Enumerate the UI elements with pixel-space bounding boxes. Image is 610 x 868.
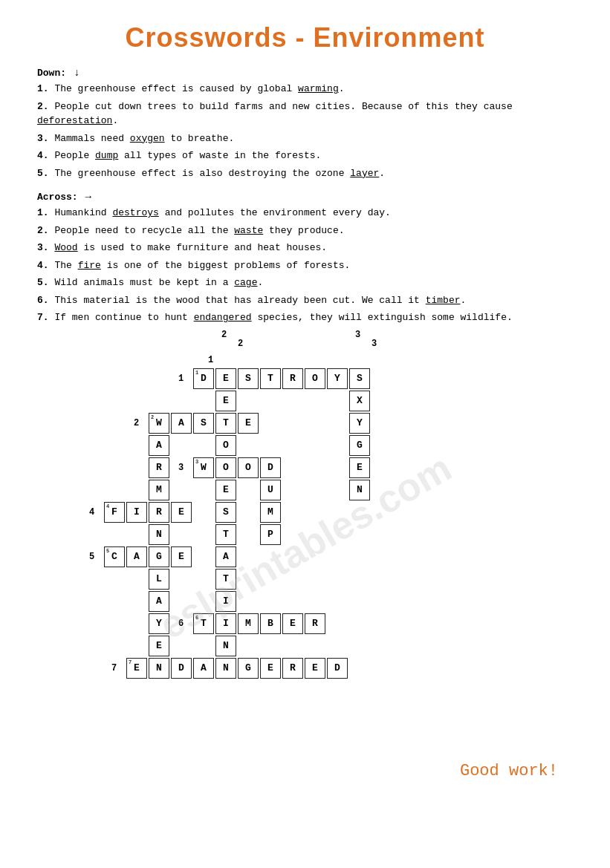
grid-cell: E [305, 658, 325, 679]
grid-cell: A [171, 413, 192, 434]
row-label-5: 5 [89, 552, 94, 562]
down-clue-4: 4. People dump all types of waste in the… [37, 149, 573, 163]
crossword-grid: eslprintables.com 2 3 1 2312345671DESTRO… [37, 339, 573, 754]
across-clue-6: 6. This material is the wood that has al… [37, 293, 573, 308]
grid-cell: A [215, 546, 236, 567]
grid-cell: O [215, 435, 236, 456]
down-clue-2: 2. People cut down trees to build farms … [37, 99, 573, 128]
grid-cell: 3W [193, 457, 214, 478]
grid-col-label-2: 2 [221, 330, 227, 340]
grid-cell: E [171, 546, 192, 567]
grid-cell: X [349, 391, 370, 411]
good-work-text: Good work! [37, 762, 573, 780]
grid-cell: E [215, 391, 236, 411]
grid-cell: I [215, 613, 236, 634]
grid-cell: E [260, 658, 281, 679]
grid-cell: E [215, 368, 236, 389]
grid-cell: E [171, 502, 192, 523]
grid-cell: D [171, 658, 192, 679]
across-clues: Across: → 1. Humankind destroys and poll… [37, 191, 573, 325]
grid-cell: T [215, 413, 236, 434]
grid-cell: E [238, 413, 259, 434]
grid-cell: T [260, 368, 281, 389]
grid-cell: 6T [193, 613, 214, 634]
row-label-2: 2 [134, 418, 139, 428]
grid-cell: A [149, 435, 169, 456]
row-label-6: 6 [178, 619, 184, 629]
grid-cell: 7E [126, 658, 147, 679]
grid-cell: I [126, 502, 147, 523]
down-clue-5: 5. The greenhouse effect is also destroy… [37, 166, 573, 181]
grid-cell: T [215, 569, 236, 590]
grid-cell: N [149, 658, 169, 679]
grid-cell: Y [327, 368, 348, 389]
across-clue-1: 1. Humankind destroys and pollutes the e… [37, 206, 573, 221]
grid-cell: R [305, 613, 325, 634]
row-label-4: 4 [89, 507, 94, 518]
grid-cell: Y [149, 613, 169, 634]
grid-col-label-3: 3 [355, 330, 360, 340]
grid-cell: 2W [149, 413, 169, 434]
grid-cell: N [215, 636, 236, 656]
grid-cell: E [215, 480, 236, 500]
grid-cell: O [305, 368, 325, 389]
across-clue-3: 3. Wood is used to make furniture and he… [37, 241, 573, 255]
across-arrow-icon: → [85, 191, 91, 203]
grid-cell: D [327, 658, 348, 679]
down-clues: Down: ↓ 1. The greenhouse effect is caus… [37, 67, 573, 180]
row-label-1: 1 [178, 373, 184, 384]
grid-cell: M [238, 613, 259, 634]
grid-cell: 1D [193, 368, 214, 389]
row-label-7: 7 [111, 663, 117, 673]
across-clue-2: 2. People need to recycle all the waste … [37, 223, 573, 238]
grid-cell: L [149, 569, 169, 590]
grid-cell: 5C [104, 546, 125, 567]
across-clue-5: 5. Wild animals must be kept in a cage. [37, 275, 573, 290]
grid-cell: O [215, 457, 236, 478]
grid-cell: E [149, 636, 169, 656]
grid-cell: A [193, 658, 214, 679]
grid-cell: S [238, 368, 259, 389]
grid-cell: I [215, 591, 236, 612]
down-clue-1: 1. The greenhouse effect is caused by gl… [37, 82, 573, 97]
grid-cell: R [282, 658, 303, 679]
grid-cell: Y [349, 413, 370, 434]
down-arrow-icon: ↓ [74, 67, 80, 79]
grid-cell: M [149, 480, 169, 500]
across-clue-4: 4. The fire is one of the biggest proble… [37, 258, 573, 273]
grid-cell: T [215, 524, 236, 545]
grid-cell: A [149, 591, 169, 612]
grid-cell: P [260, 524, 281, 545]
down-clue-3: 3. Mammals need oxygen to breathe. [37, 131, 573, 146]
grid-cell: R [149, 457, 169, 478]
grid-cell: R [149, 502, 169, 523]
grid-cell: G [238, 658, 259, 679]
across-label: Across: → [37, 191, 573, 203]
grid-cell: B [260, 613, 281, 634]
grid-cell: D [260, 457, 281, 478]
grid-cell: M [260, 502, 281, 523]
grid-cell: S [215, 502, 236, 523]
row-label-3: 3 [178, 463, 184, 473]
grid-cell: U [260, 480, 281, 500]
grid-cell: R [282, 368, 303, 389]
grid-cell: A [126, 546, 147, 567]
grid-cell: E [349, 457, 370, 478]
grid-cell: 4F [104, 502, 125, 523]
grid-cell: E [282, 613, 303, 634]
grid-cell: G [149, 546, 169, 567]
grid-cell: S [193, 413, 214, 434]
grid-cell: O [238, 457, 259, 478]
down-label: Down: ↓ [37, 67, 573, 79]
grid-cell: N [149, 524, 169, 545]
grid-cell: N [349, 480, 370, 500]
page-title: Crosswords - Environment [37, 22, 573, 53]
across-clue-7: 7. If men continue to hunt endangered sp… [37, 310, 573, 325]
grid-cell: S [349, 368, 370, 389]
grid-cell: N [215, 658, 236, 679]
grid-cell: G [349, 435, 370, 456]
